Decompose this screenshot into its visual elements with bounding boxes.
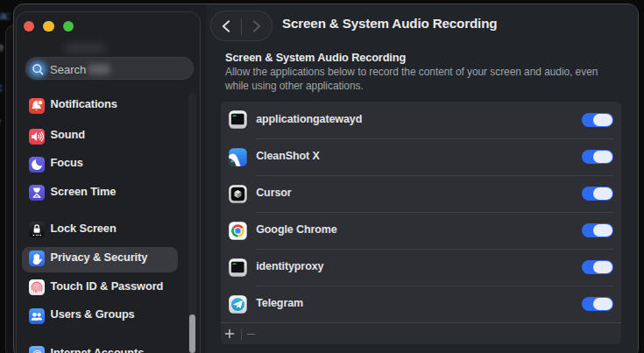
svg-text:@: @ [32, 349, 41, 353]
